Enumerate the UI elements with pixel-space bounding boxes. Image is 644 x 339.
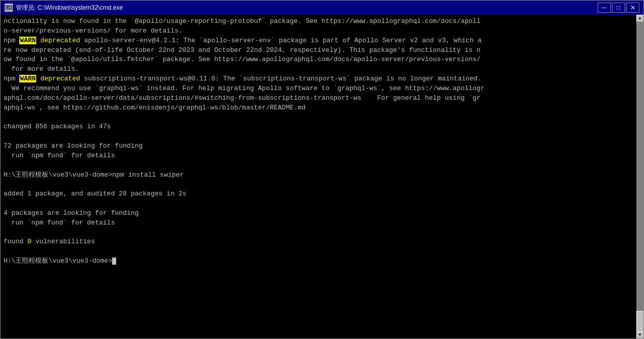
terminal-line-empty [4, 228, 640, 238]
terminal-body[interactable]: nctionality is now found in the `@apollo… [1, 15, 643, 338]
terminal-line: re now deprecated (end-of-life October 2… [4, 46, 640, 55]
svg-rect-4 [9, 8, 11, 8]
terminal-line-empty [4, 247, 640, 257]
terminal-line-empty [4, 112, 640, 122]
window-icon [5, 4, 13, 12]
svg-rect-5 [9, 8, 11, 9]
titlebar-controls: ─ □ ✕ [598, 3, 639, 13]
scrollbar-track[interactable] [636, 22, 643, 331]
warn-text: deprecated [40, 37, 80, 44]
terminal-line: changed 856 packages in 47s [4, 122, 640, 132]
warn-badge: WARN [19, 37, 36, 44]
terminal-output: nctionality is now found in the `@apollo… [4, 17, 640, 266]
terminal-line-warn: npm WARN deprecated apollo-server-env@4.… [4, 36, 640, 46]
maximize-button[interactable]: □ [612, 3, 625, 13]
scrollbar[interactable]: ▲ ▼ [636, 15, 643, 338]
zero-count: 0 [28, 238, 32, 245]
svg-rect-3 [7, 7, 9, 9]
titlebar-title: 管理员: C:\Windows\system32\cmd.exe [16, 4, 123, 12]
terminal-line-empty [4, 132, 640, 142]
terminal-line: added 1 package, and audited 28 packages… [4, 189, 640, 199]
cursor-blink [112, 258, 116, 265]
terminal-line-empty [4, 199, 640, 209]
close-button[interactable]: ✕ [626, 3, 639, 13]
titlebar-left: 管理员: C:\Windows\system32\cmd.exe [5, 4, 123, 12]
warn-badge-2: WARN [19, 75, 36, 82]
scrollbar-thumb[interactable] [636, 311, 643, 331]
terminal-line: We recommend you use `graphql-ws` instea… [4, 84, 640, 94]
terminal-vulnerabilities-line: found 0 vulnerabilities [4, 237, 640, 247]
terminal-line-empty [4, 180, 640, 189]
scrollbar-up-arrow[interactable]: ▲ [636, 15, 643, 22]
titlebar: 管理员: C:\Windows\system32\cmd.exe ─ □ ✕ [1, 1, 643, 15]
terminal-line: 4 packages are looking for funding [4, 209, 640, 218]
terminal-line: run `npm fund` for details [4, 151, 640, 161]
terminal-line-empty [4, 161, 640, 171]
cmd-window: 管理员: C:\Windows\system32\cmd.exe ─ □ ✕ n… [0, 0, 644, 339]
terminal-line: for more details. [4, 65, 640, 74]
minimize-button[interactable]: ─ [598, 3, 611, 13]
terminal-line-warn2: npm WARN deprecated subscriptions-transp… [4, 74, 640, 84]
terminal-prompt-line: H:\王熙程模板\vue3\vue3-dome>npm install swip… [4, 171, 640, 180]
svg-rect-1 [6, 6, 11, 7]
terminal-line: run `npm fund` for details [4, 218, 640, 228]
terminal-line: aphql.com/docs/apollo-server/data/subscr… [4, 94, 640, 103]
terminal-line: 72 packages are looking for funding [4, 142, 640, 151]
terminal-line: nctionality is now found in the `@apollo… [4, 17, 640, 26]
terminal-line: ow found in the `@apollo/utils.fetcher` … [4, 55, 640, 65]
terminal-line: o-server/previous-versions/ for more det… [4, 26, 640, 36]
terminal-line: aphql-ws`, see https://github.com/enisde… [4, 103, 640, 113]
warn-text-2: deprecated [40, 75, 80, 82]
scrollbar-down-arrow[interactable]: ▼ [636, 331, 643, 338]
terminal-current-prompt: H:\王熙程模板\vue3\vue3-dome> [4, 257, 640, 266]
